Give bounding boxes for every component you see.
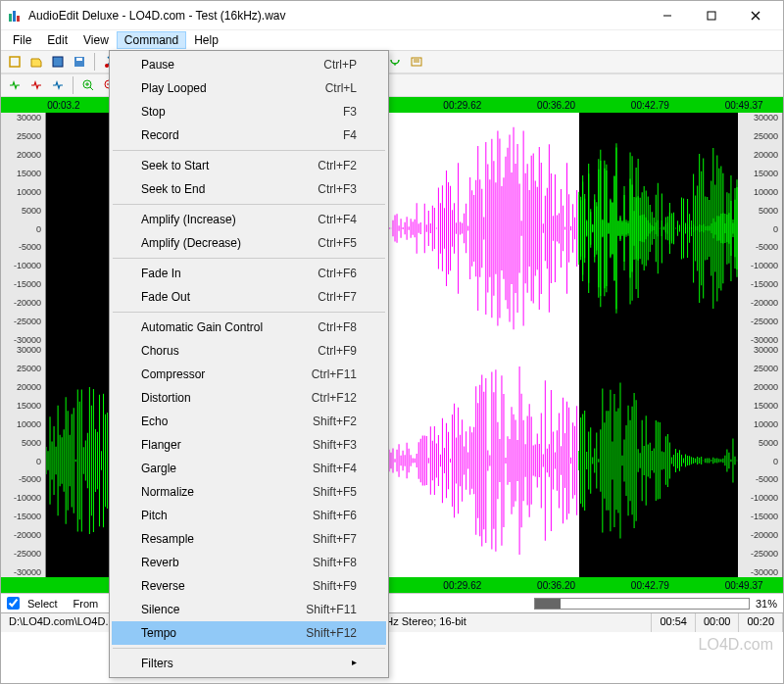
svg-rect-1 [13,11,16,22]
menu-item-distortion[interactable]: DistortionCtrl+F12 [112,386,386,410]
menu-item-label: Pitch [141,509,168,522]
menu-item-reverse[interactable]: ReverseShift+F9 [112,574,386,598]
menu-item-tempo[interactable]: TempoShift+F12 [112,621,386,645]
menu-separator [113,258,385,259]
watermark: LO4D.com [699,636,773,654]
amplitude-label: 0 [773,457,778,466]
menu-item-shortcut: Ctrl+F3 [318,182,357,196]
command-menu-dropdown: PauseCtrl+PPlay LoopedCtrl+LStopF3Record… [109,50,389,678]
menu-item-label: Seek to End [141,182,205,196]
amplitude-label: -30000 [751,567,778,577]
menu-item-label: Resample [141,532,194,546]
menu-item-chorus[interactable]: ChorusCtrl+F9 [112,339,386,363]
amplitude-label: 25000 [17,364,41,373]
menu-item-shortcut: F4 [343,128,357,142]
menu-item-stop[interactable]: StopF3 [112,100,386,123]
timeline-tick: 00:42.79 [631,580,669,591]
settings-icon[interactable] [407,52,426,72]
svg-rect-8 [53,57,63,67]
menu-edit[interactable]: Edit [39,31,75,49]
menu-item-flanger[interactable]: FlangerShift+F3 [112,433,386,457]
menu-item-fade-in[interactable]: Fade InCtrl+F6 [112,262,386,285]
app-window: AudioEdit Deluxe - LO4D.com - Test (16kH… [0,0,784,684]
wave-out-icon[interactable] [26,75,46,95]
menu-item-label: Silence [141,603,179,616]
menu-item-shortcut: Ctrl+F5 [318,236,357,250]
amplitude-label: 20000 [17,382,41,392]
amplitude-scale-right: 300002500020000150001000050000-5000-1000… [738,345,783,577]
menu-item-resample[interactable]: ResampleShift+F7 [112,527,386,551]
wave-both-icon[interactable] [48,75,68,95]
wave-in-icon[interactable] [5,75,24,95]
select-checkbox[interactable] [7,597,20,610]
minimize-button[interactable] [645,1,689,30]
progress-slider[interactable] [534,598,750,610]
amplitude-label: -20000 [751,530,778,540]
menu-file[interactable]: File [5,31,39,49]
status-time-1: 00:54 [652,613,696,632]
save-icon[interactable] [48,52,68,72]
from-label: From [74,598,99,610]
menu-item-shortcut: Shift+F2 [313,415,357,428]
toolbar-separator [73,76,74,94]
menu-item-shortcut: F3 [343,105,357,119]
menu-item-silence[interactable]: SilenceShift+F11 [112,598,386,621]
menu-item-label: Echo [141,415,168,428]
menu-help[interactable]: Help [186,31,226,49]
new-file-icon[interactable] [5,52,24,72]
amplitude-label: -25000 [751,549,778,559]
menu-item-label: Distortion [141,391,191,405]
menu-item-shortcut: Ctrl+F6 [318,267,357,280]
open-icon[interactable] [26,52,46,72]
menu-item-gargle[interactable]: GargleShift+F4 [112,457,386,480]
menu-item-shortcut: Ctrl+F12 [312,391,357,405]
menu-item-amplify-increase-[interactable]: Amplify (Increase)Ctrl+F4 [112,208,386,231]
amplitude-label: -15000 [14,512,41,521]
menu-view[interactable]: View [75,31,117,49]
menu-item-seek-to-start[interactable]: Seek to StartCtrl+F2 [112,154,386,177]
menu-command[interactable]: Command [117,31,186,49]
menu-item-play-looped[interactable]: Play LoopedCtrl+L [112,76,386,100]
amplitude-label: -20000 [14,530,41,540]
amplitude-label: -30000 [14,335,41,345]
amplitude-label: -10000 [14,261,41,270]
menu-separator [113,648,385,649]
amplitude-label: 0 [773,224,778,234]
menu-item-shortcut: Ctrl+P [323,58,357,72]
menu-item-seek-to-end[interactable]: Seek to EndCtrl+F3 [112,177,386,201]
amplitude-label: 15000 [754,169,778,178]
menu-item-label: Pause [141,58,174,72]
amplitude-label: -25000 [751,317,778,326]
menu-item-automatic-gain-control[interactable]: Automatic Gain ControlCtrl+F8 [112,316,386,339]
amplitude-label: -10000 [751,261,778,270]
menu-separator [113,204,385,205]
amplitude-label: 0 [36,457,41,466]
menu-item-label: Gargle [141,462,176,475]
zoom-in-icon[interactable] [78,75,98,95]
amplitude-label: 5000 [759,206,778,216]
svg-rect-2 [17,16,20,22]
menu-item-shortcut: Shift+F9 [313,579,357,593]
amplitude-label: 25000 [17,131,41,141]
menu-item-pause[interactable]: PauseCtrl+P [112,53,386,76]
amplitude-label: 20000 [17,150,41,160]
close-button[interactable] [733,1,777,30]
menu-item-filters[interactable]: Filters▸ [112,652,386,675]
menu-item-record[interactable]: RecordF4 [112,123,386,147]
menu-item-echo[interactable]: EchoShift+F2 [112,410,386,433]
timeline-tick: 00:29.62 [443,100,481,111]
maximize-button[interactable] [689,1,733,30]
timeline-tick: 00:36.20 [537,100,575,111]
menu-item-pitch[interactable]: PitchShift+F6 [112,504,386,527]
timeline-tick: 00:49.37 [725,580,763,591]
menu-item-label: Fade Out [141,290,190,304]
toolbar-separator [94,53,95,71]
menu-item-normalize[interactable]: NormalizeShift+F5 [112,480,386,504]
menu-item-amplify-decrease-[interactable]: Amplify (Decrease)Ctrl+F5 [112,231,386,255]
menu-item-fade-out[interactable]: Fade OutCtrl+F7 [112,285,386,309]
amplitude-label: 5000 [759,438,778,448]
save-as-icon[interactable] [70,52,89,72]
menu-item-reverb[interactable]: ReverbShift+F8 [112,551,386,574]
menu-item-compressor[interactable]: CompressorCtrl+F11 [112,363,386,386]
amplitude-label: 30000 [754,113,778,122]
